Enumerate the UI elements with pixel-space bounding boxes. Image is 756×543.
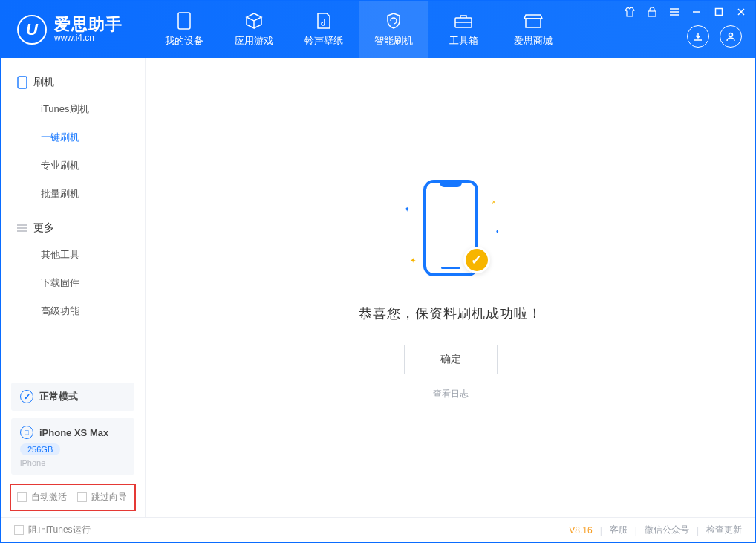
wechat-link[interactable]: 微信公众号: [645, 524, 689, 536]
maximize-button[interactable]: [712, 5, 726, 19]
nav-ring-wall[interactable]: 铃声壁纸: [289, 1, 359, 58]
sidebar-item-itunes-flash[interactable]: iTunes刷机: [1, 95, 145, 123]
body: 刷机 iTunes刷机 一键刷机 专业刷机 批量刷机 更多 其他工具 下载固件 …: [1, 58, 755, 517]
ok-button[interactable]: 确定: [404, 345, 498, 374]
check-badge-icon: ✓: [463, 247, 490, 273]
sidebar-item-oneclick-flash[interactable]: 一键刷机: [1, 123, 145, 152]
logo: U 爱思助手 www.i4.cn: [1, 15, 149, 45]
success-message: 恭喜您，保资料刷机成功啦！: [359, 305, 542, 322]
device-name: iPhone XS Max: [39, 427, 108, 438]
toolbox-icon: [454, 12, 473, 30]
menu-icon[interactable]: [668, 5, 681, 19]
checkbox-icon: [14, 525, 24, 535]
statusbar: 阻止iTunes运行 V8.16 | 客服 | 微信公众号 | 检查更新: [1, 517, 755, 542]
svg-rect-0: [178, 13, 190, 29]
lock-icon[interactable]: [645, 5, 659, 19]
phone-icon: [17, 76, 27, 89]
nav-apps-games[interactable]: 应用游戏: [219, 1, 289, 58]
app-window: U 爱思助手 www.i4.cn 我的设备 应用游戏 铃声壁纸 智能刷机: [0, 0, 756, 543]
checkbox-icon: [77, 492, 87, 502]
sidebar-item-advanced[interactable]: 高级功能: [1, 297, 145, 325]
sidebar: 刷机 iTunes刷机 一键刷机 专业刷机 批量刷机 更多 其他工具 下载固件 …: [1, 58, 146, 517]
refresh-shield-icon: [384, 12, 403, 30]
auto-activate-checkbox[interactable]: 自动激活: [17, 491, 67, 504]
success-illustration: ✦+✦• ✓: [395, 175, 506, 287]
nav-my-device[interactable]: 我的设备: [149, 1, 219, 58]
mode-icon: ✓: [20, 390, 33, 403]
window-controls: [623, 5, 748, 19]
sidebar-item-other-tools[interactable]: 其他工具: [1, 241, 145, 269]
store-icon: [524, 12, 543, 30]
skip-guide-checkbox[interactable]: 跳过向导: [77, 491, 127, 504]
mode-label: 正常模式: [39, 390, 78, 403]
sidebar-item-download-fw[interactable]: 下载固件: [1, 269, 145, 297]
app-url: www.i4.cn: [54, 33, 123, 43]
device-icon: □: [20, 426, 33, 439]
mode-card[interactable]: ✓ 正常模式: [11, 383, 134, 411]
music-file-icon: [314, 12, 333, 30]
titlebar: U 爱思助手 www.i4.cn 我的设备 应用游戏 铃声壁纸 智能刷机: [1, 1, 755, 58]
device-card[interactable]: □ iPhone XS Max 256GB iPhone: [11, 418, 134, 475]
svg-point-4: [729, 33, 733, 37]
view-log-link[interactable]: 查看日志: [433, 388, 469, 400]
user-icon[interactable]: [720, 25, 742, 48]
device-icon: [175, 12, 194, 30]
logo-icon: U: [17, 15, 47, 45]
svg-rect-3: [526, 19, 541, 27]
device-type: iPhone: [20, 458, 126, 467]
main-content: ✦+✦• ✓ 恭喜您，保资料刷机成功啦！ 确定 查看日志: [146, 58, 755, 517]
sidebar-group-flash: 刷机: [1, 70, 145, 95]
list-icon: [17, 224, 27, 233]
storage-badge: 256GB: [20, 443, 60, 455]
header-right: [687, 25, 742, 48]
check-update-link[interactable]: 检查更新: [706, 524, 742, 536]
close-button[interactable]: [734, 5, 748, 19]
options-highlight: 自动激活 跳过向导: [10, 484, 136, 511]
svg-rect-10: [716, 9, 723, 16]
cube-icon: [244, 12, 264, 30]
nav-store[interactable]: 爱思商城: [498, 1, 568, 58]
nav-smart-flash[interactable]: 智能刷机: [359, 1, 428, 58]
app-name: 爱思助手: [54, 16, 123, 33]
svg-rect-5: [648, 11, 656, 16]
checkbox-icon: [17, 492, 27, 502]
sidebar-group-more: 更多: [1, 215, 145, 241]
minimize-button[interactable]: [690, 5, 703, 19]
sidebar-item-batch-flash[interactable]: 批量刷机: [1, 180, 145, 208]
download-icon[interactable]: [687, 25, 709, 48]
sidebar-item-pro-flash[interactable]: 专业刷机: [1, 152, 145, 180]
shirt-icon[interactable]: [623, 5, 636, 19]
top-nav: 我的设备 应用游戏 铃声壁纸 智能刷机 工具箱 爱思商城: [149, 1, 568, 58]
svg-rect-13: [18, 77, 27, 88]
block-itunes-checkbox[interactable]: 阻止iTunes运行: [14, 524, 91, 536]
version-label: V8.16: [569, 525, 592, 536]
nav-toolbox[interactable]: 工具箱: [428, 1, 498, 58]
support-link[interactable]: 客服: [610, 524, 628, 536]
